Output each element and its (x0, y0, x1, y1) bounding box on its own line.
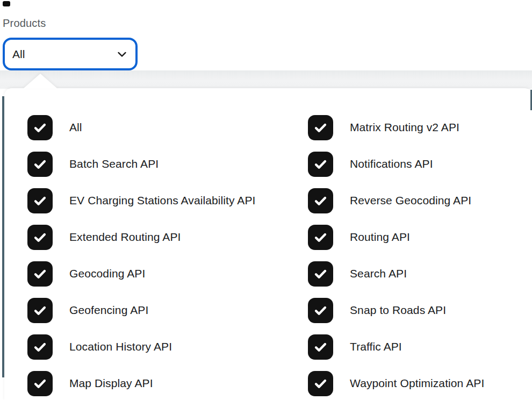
product-option-label: Notifications API (350, 158, 433, 170)
product-option-matrix-routing-v2-api[interactable]: Matrix Routing v2 API (308, 109, 532, 146)
product-option-routing-api[interactable]: Routing API (308, 219, 532, 255)
checkbox-checked-icon[interactable] (308, 334, 333, 360)
product-option-waypoint-optimization-api[interactable]: Waypoint Optimization API (308, 365, 532, 400)
product-option-snap-to-roads-api[interactable]: Snap to Roads API (308, 292, 532, 328)
checkbox-checked-icon[interactable] (27, 188, 53, 213)
product-option-all[interactable]: All (27, 109, 308, 146)
panel-shadow (0, 70, 532, 89)
ui-fragment (3, 1, 10, 6)
checkbox-checked-icon[interactable] (308, 188, 333, 213)
product-option-label: Traffic API (350, 340, 402, 353)
left-edge-bar (2, 96, 4, 377)
product-option-map-display-api[interactable]: Map Display API (27, 365, 308, 400)
dropdown-pointer (23, 74, 57, 89)
product-option-label: Matrix Routing v2 API (350, 121, 459, 134)
product-option-reverse-geocoding-api[interactable]: Reverse Geocoding API (308, 182, 532, 219)
checkbox-checked-icon[interactable] (308, 261, 333, 287)
products-dropdown[interactable]: All (3, 38, 138, 70)
product-option-label: Location History API (69, 340, 172, 353)
checkbox-checked-icon[interactable] (27, 371, 53, 396)
product-option-label: Map Display API (69, 377, 153, 390)
checkbox-checked-icon[interactable] (308, 298, 333, 323)
checkbox-checked-icon[interactable] (27, 298, 53, 323)
product-option-batch-search-api[interactable]: Batch Search API (27, 146, 308, 182)
product-option-geofencing-api[interactable]: Geofencing API (27, 292, 308, 328)
products-dropdown-value: All (12, 48, 25, 61)
product-option-label: All (69, 121, 82, 134)
checkbox-checked-icon[interactable] (27, 334, 53, 360)
product-option-label: Extended Routing API (69, 231, 181, 244)
product-option-location-history-api[interactable]: Location History API (27, 328, 308, 365)
product-option-label: Geofencing API (69, 304, 148, 317)
products-filter-label: Products (3, 17, 46, 30)
checkbox-checked-icon[interactable] (308, 152, 333, 177)
product-option-label: Waypoint Optimization API (350, 377, 484, 390)
checkbox-checked-icon[interactable] (308, 371, 333, 396)
product-option-extended-routing-api[interactable]: Extended Routing API (27, 219, 308, 255)
checkbox-checked-icon[interactable] (308, 225, 333, 250)
checkbox-checked-icon[interactable] (27, 261, 53, 287)
product-option-label: Snap to Roads API (350, 304, 446, 317)
product-option-traffic-api[interactable]: Traffic API (308, 328, 532, 365)
checkbox-checked-icon[interactable] (308, 115, 333, 140)
product-option-label: EV Charging Stations Availability API (69, 194, 256, 207)
product-option-notifications-api[interactable]: Notifications API (308, 146, 532, 182)
product-option-geocoding-api[interactable]: Geocoding API (27, 255, 308, 292)
chevron-down-icon (115, 47, 129, 61)
product-options-grid: AllBatch Search APIEV Charging Stations … (4, 88, 532, 400)
checkbox-checked-icon[interactable] (27, 225, 53, 250)
products-dropdown-panel: AllBatch Search APIEV Charging Stations … (4, 88, 532, 400)
checkbox-checked-icon[interactable] (27, 115, 53, 140)
product-option-label: Reverse Geocoding API (350, 194, 471, 207)
product-option-label: Batch Search API (69, 158, 159, 170)
product-option-ev-charging-stations-availability-api[interactable]: EV Charging Stations Availability API (27, 182, 308, 219)
product-option-label: Routing API (350, 231, 410, 244)
product-option-search-api[interactable]: Search API (308, 255, 532, 292)
product-option-label: Geocoding API (69, 267, 145, 280)
checkbox-checked-icon[interactable] (27, 152, 53, 177)
product-option-label: Search API (350, 267, 407, 280)
